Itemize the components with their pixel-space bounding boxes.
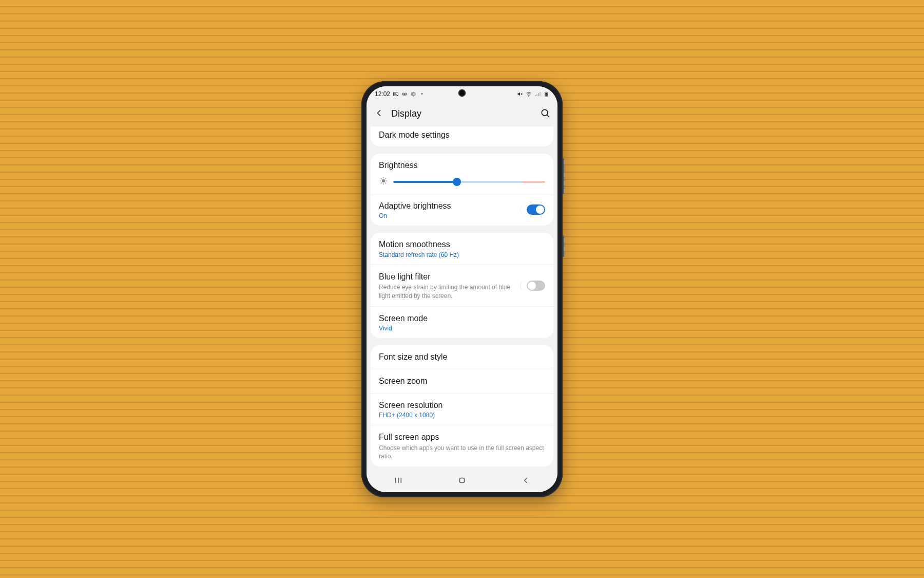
recents-button[interactable] [394, 476, 403, 487]
svg-line-18 [381, 182, 381, 183]
card-appearance: Font size and style Screen zoom Screen r… [371, 345, 553, 467]
svg-point-10 [382, 179, 384, 182]
brightness-icon [379, 176, 388, 188]
row-title: Adaptive brightness [379, 200, 515, 212]
row-screen-zoom[interactable]: Screen zoom [371, 369, 553, 394]
signal-icon [534, 91, 541, 97]
svg-line-17 [386, 178, 386, 179]
row-title: Full screen apps [379, 432, 545, 443]
row-title: Brightness [379, 160, 545, 171]
row-subtitle: Standard refresh rate (60 Hz) [379, 251, 545, 258]
row-screen-resolution[interactable]: Screen resolution FHD+ (2400 x 1080) [371, 394, 553, 426]
row-brightness: Brightness [371, 154, 553, 194]
row-adaptive-brightness[interactable]: Adaptive brightness On [371, 194, 553, 226]
row-dark-mode-settings[interactable]: Dark mode settings [371, 126, 553, 147]
svg-line-9 [547, 115, 549, 117]
mute-icon [517, 91, 523, 97]
row-screen-mode[interactable]: Screen mode Vivid [371, 307, 553, 339]
svg-line-15 [381, 178, 381, 179]
svg-rect-22 [460, 478, 465, 482]
row-title: Dark mode settings [379, 129, 545, 141]
svg-rect-7 [545, 93, 547, 96]
svg-rect-6 [546, 91, 547, 92]
phone-frame: 12:02 • Display Dark m [361, 81, 563, 497]
battery-icon [543, 91, 549, 97]
gear-icon [410, 91, 416, 97]
home-button[interactable] [457, 476, 467, 487]
row-title: Font size and style [379, 351, 545, 363]
svg-point-2 [402, 93, 405, 95]
row-subtitle: FHD+ (2400 x 1080) [379, 412, 545, 419]
row-title: Blue light filter [379, 271, 515, 283]
volume-button [563, 158, 564, 194]
page-title: Display [391, 108, 533, 119]
brightness-thumb[interactable] [453, 178, 461, 186]
row-title: Screen zoom [379, 376, 545, 387]
wifi-icon [526, 91, 532, 97]
row-blue-light-filter[interactable]: Blue light filter Reduce eye strain by l… [371, 265, 553, 307]
front-camera [458, 89, 466, 97]
adaptive-brightness-toggle[interactable] [520, 204, 545, 215]
svg-point-3 [405, 93, 407, 95]
card-display-options: Motion smoothness Standard refresh rate … [371, 233, 553, 338]
row-full-screen-apps[interactable]: Full screen apps Choose which apps you w… [371, 425, 553, 467]
blue-light-toggle[interactable] [520, 281, 545, 291]
card-brightness: Brightness Adaptive brightness On [371, 154, 553, 226]
card-dark-mode: Dark mode settings [371, 126, 553, 147]
svg-point-4 [529, 96, 529, 96]
back-button[interactable] [521, 476, 530, 487]
row-subtitle: Choose which apps you want to use in the… [379, 444, 545, 460]
row-title: Screen mode [379, 313, 545, 324]
svg-point-1 [395, 93, 396, 94]
voicemail-icon [401, 91, 408, 97]
dot-icon: • [419, 91, 425, 97]
svg-line-16 [386, 182, 386, 183]
settings-list[interactable]: Dark mode settings Brightness Ada [367, 126, 557, 471]
brightness-slider[interactable] [393, 181, 545, 183]
row-subtitle: Reduce eye strain by limiting the amount… [379, 283, 515, 300]
screen: 12:02 • Display Dark m [367, 86, 557, 492]
row-title: Motion smoothness [379, 239, 545, 250]
row-font-size-style[interactable]: Font size and style [371, 345, 553, 369]
search-icon[interactable] [540, 108, 550, 120]
power-button [563, 235, 564, 257]
row-title: Screen resolution [379, 400, 545, 411]
row-subtitle: On [379, 212, 515, 219]
app-header: Display [367, 102, 557, 126]
system-nav-bar [367, 471, 557, 492]
image-icon [393, 91, 399, 97]
back-icon[interactable] [374, 108, 384, 120]
row-motion-smoothness[interactable]: Motion smoothness Standard refresh rate … [371, 233, 553, 265]
row-subtitle: Vivid [379, 325, 545, 332]
status-time: 12:02 [375, 90, 390, 98]
